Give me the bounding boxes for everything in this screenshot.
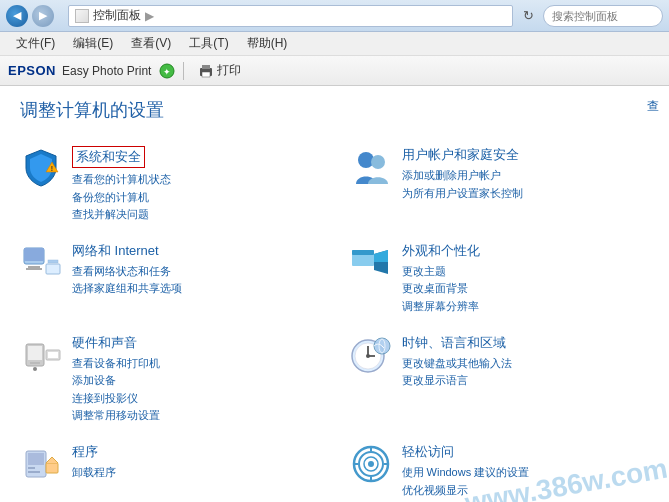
hardware-title[interactable]: 硬件和声音 xyxy=(72,334,320,352)
control-item-system-security: ! 系统和安全 查看您的计算机状态 备份您的计算机 查找并解决问题 xyxy=(20,140,320,230)
svg-text:!: ! xyxy=(51,165,53,172)
appearance-text: 外观和个性化 更改主题 更改桌面背景 调整屏幕分辨率 xyxy=(402,242,650,316)
programs-text: 程序 卸载程序 xyxy=(72,443,320,482)
programs-sub: 卸载程序 xyxy=(72,464,320,482)
svg-rect-3 xyxy=(202,65,210,69)
system-security-icon: ! xyxy=(20,146,62,188)
svg-rect-35 xyxy=(46,463,58,473)
search-input[interactable] xyxy=(543,5,663,27)
breadcrumb-text: 控制面板 xyxy=(93,7,141,24)
svg-text:✦: ✦ xyxy=(163,67,171,77)
clock-sub: 更改键盘或其他输入法 更改显示语言 xyxy=(402,355,650,390)
sub-item[interactable]: 添加设备 xyxy=(72,372,320,390)
epson-toolbar: EPSON Easy Photo Print ✦ 打印 xyxy=(0,56,669,86)
epson-logo: EPSON xyxy=(8,63,56,78)
user-accounts-text: 用户帐户和家庭安全 添加或删除用户帐户 为所有用户设置家长控制 xyxy=(402,146,650,202)
sub-item[interactable]: 查找并解决问题 xyxy=(72,206,320,224)
svg-rect-34 xyxy=(28,471,40,473)
menu-tools[interactable]: 工具(T) xyxy=(181,33,236,54)
svg-rect-23 xyxy=(48,352,58,358)
sub-item[interactable]: 查看您的计算机状态 xyxy=(72,171,320,189)
sub-item[interactable]: 更改桌面背景 xyxy=(402,280,650,298)
svg-rect-33 xyxy=(28,467,35,469)
menu-bar: 文件(F) 编辑(E) 查看(V) 工具(T) 帮助(H) xyxy=(0,32,669,56)
sub-item[interactable]: 为所有用户设置家长控制 xyxy=(402,185,650,203)
programs-icon xyxy=(20,443,62,485)
control-item-ease-access: 轻松访问 使用 Windows 建议的设置 优化视频显示 xyxy=(350,437,650,502)
sub-item[interactable]: 调整屏幕分辨率 xyxy=(402,298,650,316)
sub-item[interactable]: 更改显示语言 xyxy=(402,372,650,390)
sub-item[interactable]: 备份您的计算机 xyxy=(72,189,320,207)
svg-rect-20 xyxy=(30,362,40,364)
svg-rect-11 xyxy=(26,268,42,270)
back-button[interactable]: ◀ xyxy=(6,5,28,27)
system-security-sub: 查看您的计算机状态 备份您的计算机 查找并解决问题 xyxy=(72,171,320,224)
epson-icon: ✦ xyxy=(159,63,175,79)
clock-title[interactable]: 时钟、语言和区域 xyxy=(402,334,650,352)
ease-access-title[interactable]: 轻松访问 xyxy=(402,443,650,461)
appearance-icon xyxy=(350,242,392,284)
control-item-network: 网络和 Internet 查看网络状态和任务 选择家庭组和共享选项 xyxy=(20,236,320,322)
sub-item[interactable]: 查看网络状态和任务 xyxy=(72,263,320,281)
user-accounts-icon xyxy=(350,146,392,188)
svg-rect-10 xyxy=(28,266,40,268)
toolbar-divider xyxy=(183,62,184,80)
menu-file[interactable]: 文件(F) xyxy=(8,33,63,54)
system-security-title[interactable]: 系统和安全 xyxy=(72,146,145,168)
svg-point-21 xyxy=(33,367,37,371)
control-item-hardware: 硬件和声音 查看设备和打印机 添加设备 连接到投影仪 调整常用移动设置 xyxy=(20,328,320,431)
menu-help[interactable]: 帮助(H) xyxy=(239,33,296,54)
appearance-sub: 更改主题 更改桌面背景 调整屏幕分辨率 xyxy=(402,263,650,316)
breadcrumb-arrow: ▶ xyxy=(145,9,154,23)
sub-item[interactable]: 查看设备和打印机 xyxy=(72,355,320,373)
refresh-button[interactable]: ↻ xyxy=(517,5,539,27)
network-icon xyxy=(20,242,62,284)
menu-edit[interactable]: 编辑(E) xyxy=(65,33,121,54)
system-security-text: 系统和安全 查看您的计算机状态 备份您的计算机 查找并解决问题 xyxy=(72,146,320,224)
printer-icon xyxy=(198,64,214,78)
sub-item[interactable]: 优化视频显示 xyxy=(402,482,650,500)
svg-rect-9 xyxy=(24,248,44,261)
svg-rect-13 xyxy=(48,260,58,263)
sub-item[interactable]: 使用 Windows 建议的设置 xyxy=(402,464,650,482)
sub-item[interactable]: 连接到投影仪 xyxy=(72,390,320,408)
svg-rect-12 xyxy=(46,264,60,274)
control-item-clock: 时钟、语言和区域 更改键盘或其他输入法 更改显示语言 xyxy=(350,328,650,431)
user-accounts-sub: 添加或删除用户帐户 为所有用户设置家长控制 xyxy=(402,167,650,202)
folder-icon xyxy=(75,9,89,23)
hardware-icon xyxy=(20,334,62,376)
sub-item[interactable]: 更改键盘或其他输入法 xyxy=(402,355,650,373)
epson-app-name: Easy Photo Print xyxy=(62,64,151,78)
sub-item[interactable]: 添加或删除用户帐户 xyxy=(402,167,650,185)
page-title: 调整计算机的设置 xyxy=(20,98,649,126)
programs-title[interactable]: 程序 xyxy=(72,443,320,461)
forward-button[interactable]: ▶ xyxy=(32,5,54,27)
sub-item[interactable]: 调整常用移动设置 xyxy=(72,407,320,425)
sub-item[interactable]: 更改主题 xyxy=(402,263,650,281)
print-button[interactable]: 打印 xyxy=(192,60,247,81)
svg-point-7 xyxy=(371,155,385,169)
ease-access-sub: 使用 Windows 建议的设置 优化视频显示 xyxy=(402,464,650,499)
print-label: 打印 xyxy=(217,62,241,79)
user-accounts-title[interactable]: 用户帐户和家庭安全 xyxy=(402,146,650,164)
network-title[interactable]: 网络和 Internet xyxy=(72,242,320,260)
menu-view[interactable]: 查看(V) xyxy=(123,33,179,54)
breadcrumb: 控制面板 ▶ xyxy=(68,5,513,27)
view-more-link[interactable]: 查 xyxy=(647,98,659,115)
sub-item[interactable]: 卸载程序 xyxy=(72,464,320,482)
appearance-title[interactable]: 外观和个性化 xyxy=(402,242,650,260)
svg-rect-15 xyxy=(352,250,374,255)
network-text: 网络和 Internet 查看网络状态和任务 选择家庭组和共享选项 xyxy=(72,242,320,298)
svg-point-28 xyxy=(366,354,370,358)
control-item-programs: 程序 卸载程序 xyxy=(20,437,320,502)
clock-icon xyxy=(350,334,392,376)
svg-rect-19 xyxy=(28,346,42,360)
svg-rect-32 xyxy=(28,453,44,465)
address-bar: ◀ ▶ 控制面板 ▶ ↻ xyxy=(0,0,669,32)
ease-access-text: 轻松访问 使用 Windows 建议的设置 优化视频显示 xyxy=(402,443,650,499)
sub-item[interactable]: 选择家庭组和共享选项 xyxy=(72,280,320,298)
svg-point-39 xyxy=(368,461,374,467)
svg-rect-4 xyxy=(202,72,210,77)
control-grid: ! 系统和安全 查看您的计算机状态 备份您的计算机 查找并解决问题 xyxy=(20,140,649,502)
hardware-sub: 查看设备和打印机 添加设备 连接到投影仪 调整常用移动设置 xyxy=(72,355,320,425)
